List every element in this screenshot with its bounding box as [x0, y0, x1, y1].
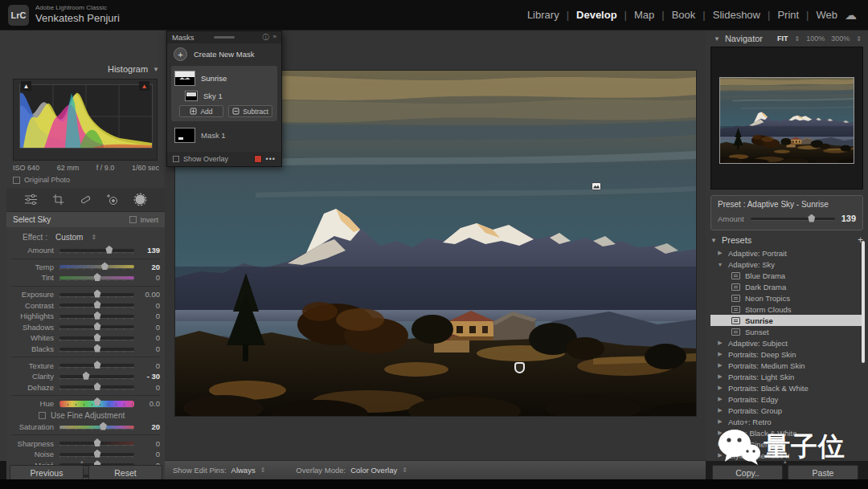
mask-group-selected: Sunrise Sky 1 Add Subtract — [171, 66, 277, 121]
preset-portraits-medium-skin[interactable]: ▶Portraits: Medium Skin — [710, 360, 862, 371]
edit-pin[interactable] — [592, 182, 601, 190]
mask-edit-header[interactable]: Select Sky Invert — [6, 212, 165, 227]
hue-slider[interactable] — [59, 401, 134, 407]
blacks-slider[interactable] — [59, 348, 134, 351]
fine-adjustment-checkbox[interactable] — [39, 412, 46, 419]
dehaze-slider[interactable] — [59, 385, 134, 389]
group-collapsed-icon[interactable]: ▶ — [717, 250, 723, 256]
group-collapsed-icon[interactable]: ▶ — [717, 407, 723, 414]
show-overlay-checkbox[interactable] — [173, 156, 179, 162]
preset-amount-slider[interactable] — [751, 218, 835, 220]
preset-adaptive-portrait[interactable]: ▶Adaptive: Portrait — [710, 247, 862, 259]
contrast-slider[interactable] — [59, 304, 134, 307]
masks-help-icon[interactable]: ⓘ — [263, 33, 269, 42]
overlay-mode-dropdown-icon[interactable]: ⇕ — [402, 467, 407, 474]
effect-value-dropdown[interactable]: Custom — [55, 233, 83, 242]
module-map[interactable]: Map — [634, 9, 654, 21]
reset-button[interactable]: Reset — [88, 465, 162, 480]
show-edit-pins-dropdown[interactable]: Always — [231, 466, 256, 475]
amount-slider[interactable] — [59, 249, 134, 252]
original-photo-checkbox[interactable] — [13, 177, 20, 184]
preset-neon-tropics[interactable]: Neon Tropics — [710, 292, 862, 304]
highlights-slider[interactable] — [59, 315, 134, 318]
preset-portraits-deep-skin[interactable]: ▶Portraits: Deep Skin — [710, 348, 862, 360]
navigator-fit-button[interactable]: FIT — [777, 35, 788, 43]
cloud-sync-icon[interactable]: ☁ — [845, 8, 857, 22]
clarity-slider[interactable] — [59, 375, 134, 378]
navigator-fit-dropdown-icon[interactable]: ⇕ — [795, 35, 800, 43]
preset-sunset[interactable]: Sunset — [710, 326, 862, 337]
module-develop[interactable]: Develop — [576, 9, 617, 21]
preset-dark-drama[interactable]: Dark Drama — [710, 281, 862, 292]
mask-item-mask1[interactable]: Mask 1 — [167, 124, 281, 146]
noise-slider[interactable] — [59, 453, 134, 456]
masking-tool-icon[interactable] — [131, 191, 149, 209]
whites-slider[interactable] — [59, 336, 134, 340]
module-book[interactable]: Book — [672, 9, 696, 21]
group-collapsed-icon[interactable]: ▶ — [717, 385, 723, 391]
group-collapsed-icon[interactable]: ▶ — [717, 418, 723, 425]
highlight-clipping-indicator[interactable]: ▲ — [139, 81, 149, 91]
navigator-collapse-icon[interactable]: ▼ — [714, 35, 720, 43]
navigator-thumbnail[interactable] — [719, 77, 854, 164]
module-library[interactable]: Library — [527, 9, 559, 21]
preset-sunrise[interactable]: Sunrise — [710, 315, 862, 326]
group-collapsed-icon[interactable]: ▶ — [717, 373, 723, 380]
module-web[interactable]: Web — [817, 9, 838, 21]
mask-subtract-button[interactable]: Subtract — [228, 105, 272, 117]
group-collapsed-icon[interactable]: ▶ — [717, 351, 723, 357]
masks-panel-titlebar[interactable]: Masks ⓘ » — [167, 31, 281, 43]
left-panel-collapse-icon[interactable]: ▴ — [80, 458, 84, 465]
invert-checkbox[interactable] — [129, 216, 137, 223]
saturation-slider[interactable] — [59, 426, 134, 429]
mask-item-sunrise[interactable]: Sunrise — [174, 68, 274, 88]
overlay-options-icon[interactable]: ••• — [266, 155, 276, 163]
temp-slider[interactable] — [59, 265, 134, 268]
shadows-slider[interactable] — [59, 325, 134, 328]
filmstrip-collapsed-bar[interactable] — [0, 479, 868, 489]
preset-adaptive-subject[interactable]: ▶Adaptive: Subject — [710, 337, 862, 348]
masks-dock-icon[interactable]: » — [273, 33, 276, 42]
group-collapsed-icon[interactable]: ▶ — [717, 396, 723, 402]
mask-add-button[interactable]: Add — [179, 105, 223, 117]
preset-blue-drama[interactable]: Blue Drama — [710, 270, 862, 281]
group-collapsed-icon[interactable]: ▶ — [717, 362, 723, 369]
presets-collapse-icon[interactable]: ▼ — [710, 237, 717, 244]
histogram-plot[interactable] — [19, 84, 153, 149]
crop-tool-icon[interactable] — [50, 191, 68, 209]
show-edit-pins-dropdown-icon[interactable]: ⇕ — [260, 467, 266, 474]
preset-portraits-black-white[interactable]: ▶Portraits: Black & White — [710, 382, 862, 393]
shadow-clipping-indicator[interactable]: ▲ — [21, 81, 31, 91]
group-collapsed-icon[interactable]: ▶ — [717, 340, 723, 346]
slider-row-noise: Noise0 — [11, 449, 160, 460]
tint-slider[interactable] — [59, 276, 134, 279]
histogram-collapse-icon[interactable]: ▼ — [153, 66, 159, 73]
preset-adaptive-sky[interactable]: ▼Adaptive: Sky — [710, 259, 862, 270]
preset-portraits-light-skin[interactable]: ▶Portraits: Light Skin — [710, 371, 862, 382]
sharpness-slider[interactable] — [59, 442, 134, 445]
basic-adjustments-icon[interactable] — [23, 191, 40, 209]
previous-button[interactable]: Previous — [10, 465, 84, 480]
navigator-zoom-100-button[interactable]: 100% — [806, 35, 825, 43]
masks-drag-handle[interactable] — [214, 36, 235, 39]
overlay-mode-dropdown[interactable]: Color Overlay — [350, 466, 397, 475]
create-new-mask-button[interactable]: + Create New Mask — [167, 43, 281, 65]
group-expanded-icon[interactable]: ▼ — [717, 262, 723, 267]
red-eye-tool-icon[interactable] — [104, 191, 121, 209]
preset-storm-clouds[interactable]: Storm Clouds — [710, 304, 862, 315]
overlay-color-swatch[interactable] — [254, 155, 262, 163]
module-slideshow[interactable]: Slideshow — [713, 9, 760, 21]
module-print[interactable]: Print — [777, 9, 799, 21]
exposure-slider[interactable] — [59, 293, 134, 296]
preset-portraits-edgy[interactable]: ▶Portraits: Edgy — [710, 393, 862, 405]
navigator-zoom-dropdown-icon[interactable]: ⇕ — [856, 35, 862, 43]
mask-pin[interactable] — [514, 362, 525, 373]
healing-tool-icon[interactable] — [76, 191, 94, 209]
navigator-zoom-300-button[interactable]: 300% — [831, 35, 850, 43]
right-panel-scrollbar[interactable] — [862, 241, 865, 363]
mask-component-sky1[interactable]: Sky 1 — [174, 88, 274, 104]
texture-slider[interactable] — [59, 364, 134, 367]
dehaze-value: 0 — [134, 383, 160, 392]
preset-portraits-group[interactable]: ▶Portraits: Group — [710, 405, 862, 416]
effect-dropdown-icon[interactable]: ⇕ — [91, 234, 96, 241]
